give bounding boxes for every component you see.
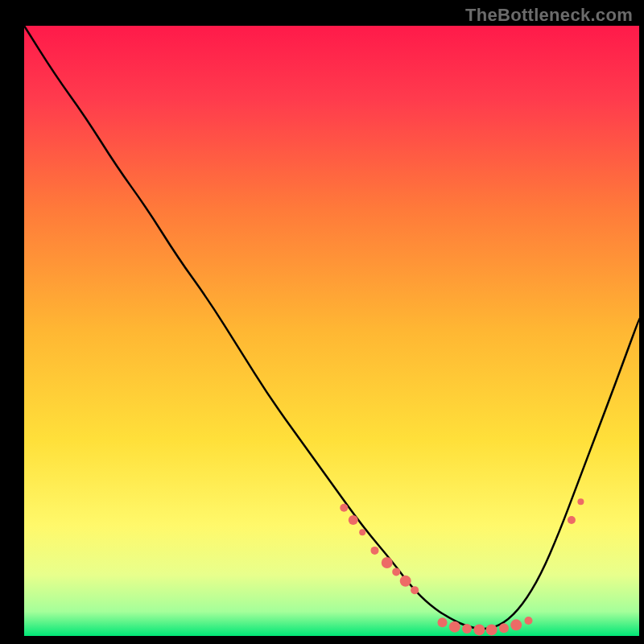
curve-marker <box>370 547 378 555</box>
curve-marker <box>438 617 448 627</box>
bottleneck-chart <box>0 0 644 644</box>
curve-marker <box>340 504 348 512</box>
curve-marker <box>359 529 365 535</box>
curve-marker <box>382 557 393 568</box>
curve-marker <box>524 617 532 625</box>
curve-marker <box>392 568 400 576</box>
curve-marker <box>411 586 419 594</box>
curve-marker <box>577 498 584 505</box>
curve-marker <box>499 623 509 633</box>
curve-marker <box>462 624 472 634</box>
plot-background <box>24 26 639 636</box>
curve-marker <box>449 621 460 633</box>
curve-marker <box>473 624 485 635</box>
curve-marker <box>568 516 576 524</box>
brand-watermark: TheBottleneck.com <box>465 5 633 26</box>
curve-marker <box>486 624 497 635</box>
chart-container: { "header": { "brand": "TheBottleneck.co… <box>0 0 644 644</box>
curve-marker <box>349 515 358 525</box>
curve-marker <box>510 619 522 630</box>
curve-marker <box>400 576 411 587</box>
